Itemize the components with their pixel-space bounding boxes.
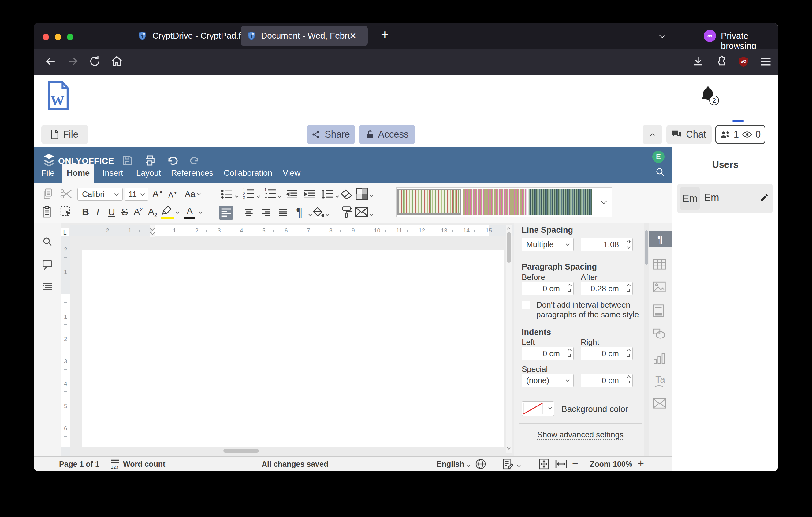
superscript-button[interactable]: A2 bbox=[134, 207, 143, 217]
style-thumb-normal-selected[interactable] bbox=[398, 189, 461, 215]
mail-merge-chevron[interactable] bbox=[370, 211, 373, 217]
home-button[interactable] bbox=[111, 55, 123, 67]
special-amount-input[interactable]: 0 cm bbox=[581, 374, 633, 387]
downloads-icon[interactable] bbox=[692, 55, 704, 67]
chart-settings-tab[interactable] bbox=[653, 352, 668, 363]
table-borders-chevron[interactable] bbox=[370, 192, 373, 198]
share-button[interactable]: Share bbox=[307, 125, 355, 144]
increase-font-icon[interactable]: A▲ bbox=[152, 189, 164, 200]
nonprinting-chars-chevron[interactable] bbox=[309, 211, 312, 217]
vertical-scrollbar-thumb[interactable] bbox=[507, 232, 511, 263]
background-color-swatch[interactable] bbox=[522, 401, 554, 416]
style-thumb-3[interactable] bbox=[528, 189, 592, 215]
indent-marker[interactable] bbox=[148, 225, 157, 238]
panel-scrollbar-thumb[interactable] bbox=[645, 230, 648, 265]
zoom-in-button[interactable]: + bbox=[638, 457, 644, 470]
subscript-button[interactable]: A2 bbox=[148, 207, 157, 218]
find-icon[interactable] bbox=[42, 237, 53, 247]
line-spacing-icon[interactable] bbox=[321, 188, 334, 200]
page-indicator[interactable]: Page 1 of 1 bbox=[59, 460, 99, 469]
new-tab-button[interactable]: + bbox=[381, 27, 389, 42]
search-icon[interactable] bbox=[655, 167, 665, 177]
highlight-color-chevron[interactable] bbox=[176, 209, 179, 214]
style-thumb-2[interactable] bbox=[463, 189, 526, 215]
font-color-button[interactable]: A bbox=[184, 206, 195, 219]
numbered-list-chevron[interactable] bbox=[257, 193, 259, 198]
copy-style-roller-icon[interactable] bbox=[341, 206, 352, 219]
extensions-puzzle-icon[interactable] bbox=[715, 55, 727, 67]
same-style-checkbox[interactable] bbox=[522, 301, 530, 309]
menu-file[interactable]: File bbox=[41, 168, 55, 178]
numbered-list-icon[interactable]: 123 bbox=[243, 187, 255, 200]
comments-icon[interactable] bbox=[42, 260, 53, 270]
bullet-list-icon[interactable] bbox=[221, 189, 233, 200]
justify-button[interactable] bbox=[277, 207, 289, 219]
header-footer-settings-tab[interactable] bbox=[653, 304, 668, 316]
indent-right-input[interactable]: 0 cm bbox=[581, 347, 633, 360]
print-icon[interactable] bbox=[144, 154, 156, 167]
track-changes-icon[interactable] bbox=[502, 458, 514, 470]
ublock-origin-icon[interactable]: uO bbox=[737, 56, 750, 68]
spacing-before-input[interactable]: 0 cm bbox=[522, 282, 574, 295]
horizontal-scrollbar-thumb[interactable] bbox=[223, 449, 259, 453]
align-center-button[interactable] bbox=[243, 207, 255, 219]
bullet-list-chevron[interactable] bbox=[236, 193, 238, 198]
paste-icon[interactable] bbox=[41, 206, 53, 218]
align-left-button-active[interactable] bbox=[219, 206, 233, 220]
menu-home-active[interactable]: Home bbox=[67, 168, 90, 178]
show-advanced-settings-link[interactable]: Show advanced settings bbox=[519, 430, 642, 439]
presence-indicator[interactable]: 1 0 bbox=[715, 125, 765, 144]
underline-button[interactable]: U bbox=[108, 207, 115, 218]
menu-references[interactable]: References bbox=[171, 168, 213, 178]
scroll-up-arrow[interactable] bbox=[507, 226, 510, 232]
italic-button[interactable]: I bbox=[96, 207, 99, 218]
zoom-out-button[interactable]: − bbox=[572, 458, 578, 469]
menu-view[interactable]: View bbox=[283, 168, 300, 178]
reload-button[interactable] bbox=[89, 55, 101, 67]
redo-icon[interactable] bbox=[189, 156, 200, 165]
special-select[interactable]: (none) bbox=[522, 374, 574, 387]
tab-list-chevron-icon[interactable] bbox=[660, 33, 665, 38]
paragraph-shading-bucket-icon[interactable] bbox=[312, 207, 324, 219]
menu-insert[interactable]: Insert bbox=[103, 168, 123, 178]
strikethrough-button[interactable]: S bbox=[121, 207, 128, 218]
font-name-select[interactable]: Calibri bbox=[78, 188, 123, 200]
table-settings-tab[interactable] bbox=[653, 259, 668, 270]
tab-close-icon[interactable]: × bbox=[350, 29, 356, 42]
nonprinting-chars-button[interactable]: ¶ bbox=[296, 205, 302, 219]
mail-merge-icon[interactable] bbox=[355, 207, 368, 217]
spellcheck-globe-icon[interactable] bbox=[475, 459, 486, 469]
mail-merge-settings-tab[interactable] bbox=[653, 398, 668, 409]
tab-document-active[interactable]: Document - Wed, February 5, 2 × bbox=[241, 26, 368, 46]
spacing-after-input[interactable]: 0.28 cm bbox=[581, 282, 633, 295]
menu-layout[interactable]: Layout bbox=[136, 168, 161, 178]
bold-button[interactable]: B bbox=[82, 207, 89, 218]
menu-hamburger-icon[interactable] bbox=[760, 56, 772, 67]
navigation-headings-icon[interactable] bbox=[42, 282, 53, 292]
indent-left-input[interactable]: 0 cm bbox=[522, 347, 574, 360]
user-card[interactable]: Em Em bbox=[677, 184, 773, 213]
edit-name-pencil-icon[interactable] bbox=[760, 193, 769, 202]
back-button[interactable] bbox=[44, 55, 58, 68]
fit-width-icon[interactable] bbox=[555, 459, 567, 469]
notifications-bell-icon[interactable]: 2 bbox=[700, 86, 716, 102]
align-right-button[interactable] bbox=[260, 207, 272, 219]
chat-button[interactable]: Chat bbox=[666, 125, 712, 144]
font-size-select[interactable]: 11 bbox=[124, 188, 148, 200]
collaborator-avatar[interactable]: E bbox=[652, 151, 665, 163]
clear-style-eraser-icon[interactable] bbox=[340, 189, 352, 200]
increase-indent-icon[interactable] bbox=[303, 189, 316, 200]
font-color-chevron[interactable] bbox=[200, 209, 202, 214]
textart-settings-tab[interactable]: Ta bbox=[653, 374, 668, 385]
save-icon[interactable] bbox=[121, 154, 134, 167]
multilevel-list-icon[interactable]: 1 bbox=[264, 187, 277, 200]
paragraph-shading-chevron[interactable] bbox=[326, 211, 328, 217]
change-case-icon[interactable]: Aa bbox=[185, 189, 200, 199]
highlight-color-button[interactable] bbox=[161, 205, 174, 219]
language-selector[interactable]: English bbox=[437, 460, 464, 469]
image-settings-tab[interactable] bbox=[653, 281, 668, 293]
fit-page-icon[interactable] bbox=[539, 458, 550, 470]
line-spacing-select[interactable]: Multiple bbox=[522, 238, 574, 251]
word-count-button[interactable]: Word count bbox=[123, 460, 165, 469]
line-spacing-chevron[interactable] bbox=[336, 193, 338, 198]
